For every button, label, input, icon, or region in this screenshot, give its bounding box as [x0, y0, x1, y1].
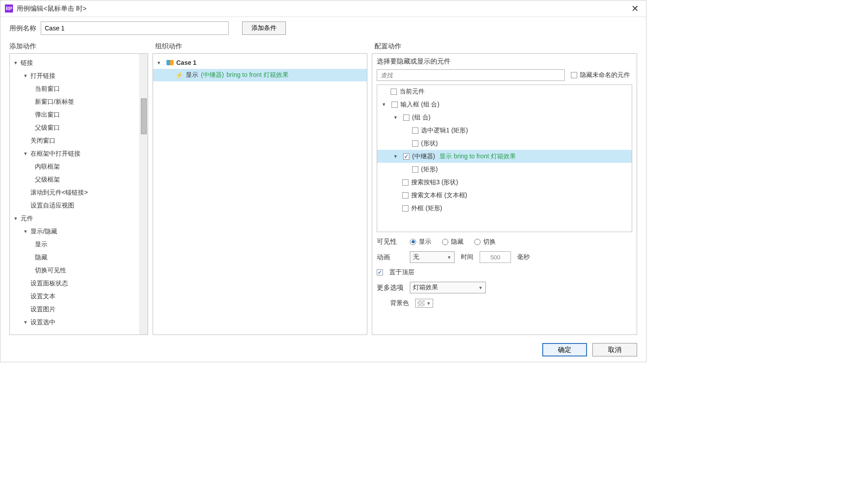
checkbox[interactable]	[391, 102, 398, 108]
bring-front-checkbox[interactable]	[377, 269, 383, 275]
bgcolor-picker[interactable]: ▼	[415, 299, 433, 308]
tree-leaf-inline-frame[interactable]: 内联框架	[10, 160, 148, 173]
tree-leaf-scroll-anchor[interactable]: 滚动到元件<锚链接>	[10, 186, 148, 199]
wtree-repeater[interactable]: (中继器)显示 bring to front 灯箱效果	[377, 150, 632, 163]
header-add-action: 添加动作	[9, 42, 155, 51]
search-input[interactable]	[377, 69, 565, 81]
more-options-row: 更多选项 灯箱效果▼	[377, 282, 632, 293]
radio-show-group[interactable]: 显示	[410, 238, 431, 246]
tree-leaf-adaptive-view[interactable]: 设置自适应视图	[10, 199, 148, 212]
tree-node-set-selected[interactable]: 设置选中	[10, 316, 148, 329]
checkbox[interactable]	[403, 114, 409, 121]
wtree-group[interactable]: (组 合)	[377, 111, 632, 124]
tree-leaf-set-text[interactable]: 设置文本	[10, 290, 148, 303]
cancel-button[interactable]: 取消	[592, 343, 637, 356]
chevron-down-icon[interactable]	[23, 229, 29, 234]
checkbox[interactable]	[402, 179, 408, 186]
header-configure: 配置动作	[374, 42, 637, 51]
tree-label: 新窗口/新标签	[35, 98, 74, 106]
checkbox[interactable]	[412, 166, 418, 173]
chevron-down-icon: ▼	[447, 255, 451, 260]
add-condition-button[interactable]: 添加条件	[242, 21, 286, 35]
scroll-thumb[interactable]	[141, 98, 147, 134]
tree-leaf-close-window[interactable]: 关闭窗口	[10, 134, 148, 147]
tree-leaf-parent-window[interactable]: 父级窗口	[10, 121, 148, 134]
time-label: 时间	[461, 253, 473, 261]
configure-header: 选择要隐藏或显示的元件	[372, 54, 637, 69]
wtree-label: 当前元件	[400, 88, 425, 96]
time-unit: 毫秒	[517, 253, 530, 261]
case-node[interactable]: Case 1	[153, 56, 367, 69]
more-options-select[interactable]: 灯箱效果▼	[410, 282, 486, 293]
tree-leaf-show[interactable]: 显示	[10, 238, 148, 251]
search-row: 隐藏未命名的元件	[372, 69, 637, 85]
action-target: (中继器)	[201, 71, 224, 79]
chevron-down-icon[interactable]	[382, 102, 387, 107]
actions-tree-panel: 链接 打开链接 当前窗口 新窗口/新标签 弹出窗口 父级窗口 关闭窗口 在框架中…	[9, 53, 148, 335]
chevron-down-icon[interactable]	[23, 73, 29, 78]
chevron-down-icon[interactable]	[393, 154, 399, 159]
tree-leaf-parent-frame[interactable]: 父级框架	[10, 173, 148, 186]
radio-toggle[interactable]	[474, 239, 481, 245]
tree-leaf-popup[interactable]: 弹出窗口	[10, 108, 148, 121]
checkbox[interactable]	[391, 89, 397, 95]
hide-unnamed-checkbox[interactable]	[571, 72, 577, 78]
animation-select[interactable]: 无▼	[410, 251, 455, 263]
bring-front-label: 置于顶层	[389, 268, 414, 276]
tree-node-show-hide[interactable]: 显示/隐藏	[10, 225, 148, 238]
hide-unnamed-option[interactable]: 隐藏未命名的元件	[571, 71, 630, 79]
checkbox[interactable]	[402, 192, 408, 199]
tree-leaf-toggle-vis[interactable]: 切换可见性	[10, 264, 148, 277]
wtree-logic1[interactable]: 选中逻辑1 (矩形)	[377, 124, 632, 137]
chevron-down-icon[interactable]	[13, 60, 19, 65]
case-name-input[interactable]	[41, 21, 229, 35]
tree-node-open-in-frame[interactable]: 在框架中打开链接	[10, 147, 148, 160]
tree-node-open-link[interactable]: 打开链接	[10, 69, 148, 82]
chevron-down-icon[interactable]	[157, 60, 162, 65]
tree-label: 显示/隐藏	[30, 228, 57, 236]
wtree-outer[interactable]: 外框 (矩形)	[377, 202, 632, 215]
chevron-down-icon[interactable]	[23, 151, 29, 156]
checkbox[interactable]	[412, 140, 418, 147]
wtree-input-group[interactable]: 输入框 (组 合)	[377, 98, 632, 111]
tree-node-links[interactable]: 链接	[10, 56, 148, 69]
wtree-shape[interactable]: (形状)	[377, 137, 632, 150]
radio-hide-group[interactable]: 隐藏	[442, 238, 464, 246]
tree-label: 父级框架	[35, 176, 60, 184]
hide-unnamed-label: 隐藏未命名的元件	[580, 71, 630, 79]
radio-hide[interactable]	[442, 239, 448, 245]
chevron-down-icon[interactable]	[23, 320, 29, 325]
wtree-label: 搜索文本框 (文本框)	[411, 191, 467, 199]
radio-toggle-group[interactable]: 切换	[474, 238, 496, 246]
tree-label: 设置自适应视图	[30, 202, 74, 210]
tree-leaf-hide[interactable]: 隐藏	[10, 251, 148, 264]
close-icon[interactable]: ✕	[629, 3, 642, 14]
bring-front-row[interactable]: 置于顶层	[377, 268, 632, 276]
chevron-down-icon[interactable]	[393, 115, 399, 120]
wtree-search-text[interactable]: 搜索文本框 (文本框)	[377, 189, 632, 202]
radio-toggle-label: 切换	[483, 238, 496, 246]
scrollbar-vertical[interactable]	[140, 54, 148, 335]
radio-show[interactable]	[410, 239, 416, 245]
checkbox[interactable]	[403, 153, 409, 160]
checkbox[interactable]	[402, 205, 408, 212]
wtree-search-btn[interactable]: 搜索按钮3 (形状)	[377, 176, 632, 189]
app-icon: RP	[5, 4, 13, 13]
wtree-current[interactable]: 当前元件	[377, 85, 632, 98]
action-row[interactable]: ⚡ 显示 (中继器) bring to front 灯箱效果	[153, 69, 367, 81]
time-input[interactable]	[480, 251, 511, 263]
wtree-rect[interactable]: (矩形)	[377, 163, 632, 176]
tree-leaf-set-image[interactable]: 设置图片	[10, 303, 148, 316]
tree-leaf-new-window[interactable]: 新窗口/新标签	[10, 95, 148, 108]
tree-label: 滚动到元件<锚链接>	[30, 189, 88, 197]
chevron-down-icon[interactable]	[13, 216, 19, 221]
tree-label: 当前窗口	[35, 85, 60, 93]
wtree-label: 选中逻辑1 (矩形)	[421, 127, 468, 135]
ok-button[interactable]: 确定	[542, 343, 587, 356]
tree-leaf-set-panel[interactable]: 设置面板状态	[10, 277, 148, 290]
more-options-value: 灯箱效果	[413, 284, 438, 292]
tree-leaf-current-window[interactable]: 当前窗口	[10, 82, 148, 95]
tree-label: 显示	[35, 241, 47, 249]
checkbox[interactable]	[412, 127, 418, 134]
tree-node-widgets[interactable]: 元件	[10, 212, 148, 225]
